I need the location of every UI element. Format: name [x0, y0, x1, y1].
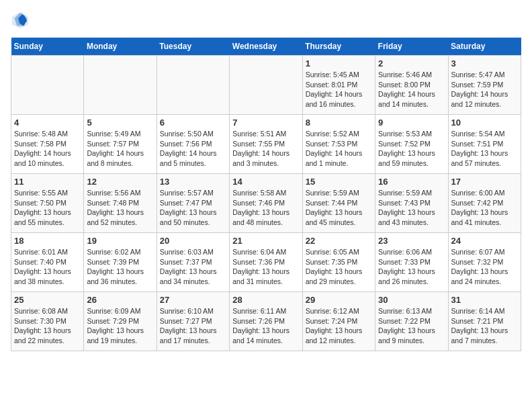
day-number: 21	[232, 236, 299, 246]
calendar-cell: 24Sunrise: 6:07 AM Sunset: 7:32 PM Dayli…	[448, 233, 521, 292]
calendar-cell: 7Sunrise: 5:51 AM Sunset: 7:55 PM Daylig…	[230, 115, 302, 174]
calendar-cell: 26Sunrise: 6:09 AM Sunset: 7:29 PM Dayli…	[84, 292, 157, 351]
day-info: Sunrise: 5:49 AM Sunset: 7:57 PM Dayligh…	[87, 129, 153, 169]
calendar-cell	[11, 56, 84, 115]
calendar-cell: 12Sunrise: 5:56 AM Sunset: 7:48 PM Dayli…	[84, 174, 157, 233]
calendar-cell: 2Sunrise: 5:46 AM Sunset: 8:00 PM Daylig…	[375, 56, 448, 115]
day-number: 18	[14, 236, 81, 246]
day-info: Sunrise: 6:00 AM Sunset: 7:42 PM Dayligh…	[451, 188, 518, 228]
day-info: Sunrise: 5:59 AM Sunset: 7:44 PM Dayligh…	[306, 188, 372, 228]
day-info: Sunrise: 5:54 AM Sunset: 7:51 PM Dayligh…	[451, 129, 518, 169]
week-row: 11Sunrise: 5:55 AM Sunset: 7:50 PM Dayli…	[11, 174, 521, 233]
calendar-table: SundayMondayTuesdayWednesdayThursdayFrid…	[11, 38, 521, 351]
calendar-cell: 21Sunrise: 6:04 AM Sunset: 7:36 PM Dayli…	[230, 233, 302, 292]
day-number: 13	[160, 177, 226, 187]
day-number: 14	[232, 177, 299, 187]
day-number: 27	[160, 295, 226, 305]
day-number: 8	[306, 118, 372, 128]
day-number: 10	[451, 118, 518, 128]
day-number: 22	[306, 236, 372, 246]
logo-icon	[11, 11, 30, 30]
col-header-monday: Monday	[84, 38, 157, 56]
col-header-thursday: Thursday	[302, 38, 375, 56]
day-number: 31	[451, 295, 518, 305]
day-info: Sunrise: 5:50 AM Sunset: 7:56 PM Dayligh…	[160, 129, 226, 169]
week-row: 25Sunrise: 6:08 AM Sunset: 7:30 PM Dayli…	[11, 292, 521, 351]
day-info: Sunrise: 6:04 AM Sunset: 7:36 PM Dayligh…	[232, 247, 299, 287]
calendar-cell: 4Sunrise: 5:48 AM Sunset: 7:58 PM Daylig…	[11, 115, 84, 174]
calendar-cell: 30Sunrise: 6:13 AM Sunset: 7:22 PM Dayli…	[375, 292, 448, 351]
col-header-tuesday: Tuesday	[157, 38, 229, 56]
day-info: Sunrise: 5:52 AM Sunset: 7:53 PM Dayligh…	[306, 129, 372, 169]
day-info: Sunrise: 5:55 AM Sunset: 7:50 PM Dayligh…	[14, 188, 81, 228]
day-info: Sunrise: 6:12 AM Sunset: 7:24 PM Dayligh…	[306, 306, 372, 346]
week-row: 18Sunrise: 6:01 AM Sunset: 7:40 PM Dayli…	[11, 233, 521, 292]
logo	[11, 11, 32, 30]
week-row: 1Sunrise: 5:45 AM Sunset: 8:01 PM Daylig…	[11, 56, 521, 115]
calendar-header: SundayMondayTuesdayWednesdayThursdayFrid…	[11, 38, 521, 56]
day-number: 26	[87, 295, 153, 305]
day-info: Sunrise: 5:58 AM Sunset: 7:46 PM Dayligh…	[232, 188, 299, 228]
day-info: Sunrise: 6:07 AM Sunset: 7:32 PM Dayligh…	[451, 247, 518, 287]
day-info: Sunrise: 6:02 AM Sunset: 7:39 PM Dayligh…	[87, 247, 153, 287]
col-header-friday: Friday	[375, 38, 448, 56]
day-info: Sunrise: 6:11 AM Sunset: 7:26 PM Dayligh…	[232, 306, 299, 346]
calendar-cell: 3Sunrise: 5:47 AM Sunset: 7:59 PM Daylig…	[448, 56, 521, 115]
day-info: Sunrise: 6:08 AM Sunset: 7:30 PM Dayligh…	[14, 306, 81, 346]
calendar-cell: 10Sunrise: 5:54 AM Sunset: 7:51 PM Dayli…	[448, 115, 521, 174]
calendar-cell: 17Sunrise: 6:00 AM Sunset: 7:42 PM Dayli…	[448, 174, 521, 233]
day-info: Sunrise: 6:10 AM Sunset: 7:27 PM Dayligh…	[160, 306, 226, 346]
col-header-saturday: Saturday	[448, 38, 521, 56]
day-number: 5	[87, 118, 153, 128]
day-number: 15	[306, 177, 372, 187]
calendar-cell: 20Sunrise: 6:03 AM Sunset: 7:37 PM Dayli…	[157, 233, 229, 292]
calendar-cell: 25Sunrise: 6:08 AM Sunset: 7:30 PM Dayli…	[11, 292, 84, 351]
day-info: Sunrise: 5:45 AM Sunset: 8:01 PM Dayligh…	[306, 70, 372, 109]
day-number: 25	[14, 295, 81, 305]
day-number: 30	[378, 295, 445, 305]
calendar-cell: 18Sunrise: 6:01 AM Sunset: 7:40 PM Dayli…	[11, 233, 84, 292]
day-number: 23	[378, 236, 445, 246]
calendar-cell: 5Sunrise: 5:49 AM Sunset: 7:57 PM Daylig…	[84, 115, 157, 174]
day-info: Sunrise: 5:59 AM Sunset: 7:43 PM Dayligh…	[378, 188, 445, 228]
day-info: Sunrise: 6:09 AM Sunset: 7:29 PM Dayligh…	[87, 306, 153, 346]
calendar-cell: 23Sunrise: 6:06 AM Sunset: 7:33 PM Dayli…	[375, 233, 448, 292]
day-info: Sunrise: 6:01 AM Sunset: 7:40 PM Dayligh…	[14, 247, 81, 287]
calendar-cell: 15Sunrise: 5:59 AM Sunset: 7:44 PM Dayli…	[302, 174, 375, 233]
day-number: 29	[306, 295, 372, 305]
day-number: 16	[378, 177, 445, 187]
day-info: Sunrise: 5:46 AM Sunset: 8:00 PM Dayligh…	[378, 70, 445, 109]
day-number: 12	[87, 177, 153, 187]
calendar-cell: 31Sunrise: 6:14 AM Sunset: 7:21 PM Dayli…	[448, 292, 521, 351]
day-number: 20	[160, 236, 226, 246]
day-info: Sunrise: 5:56 AM Sunset: 7:48 PM Dayligh…	[87, 188, 153, 228]
day-number: 11	[14, 177, 81, 187]
calendar-cell: 28Sunrise: 6:11 AM Sunset: 7:26 PM Dayli…	[230, 292, 302, 351]
day-number: 19	[87, 236, 153, 246]
day-number: 1	[306, 58, 372, 68]
calendar-cell: 14Sunrise: 5:58 AM Sunset: 7:46 PM Dayli…	[230, 174, 302, 233]
col-header-sunday: Sunday	[11, 38, 84, 56]
calendar-cell: 19Sunrise: 6:02 AM Sunset: 7:39 PM Dayli…	[84, 233, 157, 292]
day-number: 7	[232, 118, 299, 128]
day-info: Sunrise: 6:14 AM Sunset: 7:21 PM Dayligh…	[451, 306, 518, 346]
day-number: 2	[378, 58, 445, 68]
calendar-cell: 13Sunrise: 5:57 AM Sunset: 7:47 PM Dayli…	[157, 174, 229, 233]
calendar-cell	[157, 56, 229, 115]
calendar-cell: 27Sunrise: 6:10 AM Sunset: 7:27 PM Dayli…	[157, 292, 229, 351]
day-info: Sunrise: 5:47 AM Sunset: 7:59 PM Dayligh…	[451, 70, 518, 109]
day-info: Sunrise: 6:03 AM Sunset: 7:37 PM Dayligh…	[160, 247, 226, 287]
day-number: 28	[232, 295, 299, 305]
day-number: 24	[451, 236, 518, 246]
calendar-cell: 8Sunrise: 5:52 AM Sunset: 7:53 PM Daylig…	[302, 115, 375, 174]
day-info: Sunrise: 5:51 AM Sunset: 7:55 PM Dayligh…	[232, 129, 299, 169]
calendar-cell: 6Sunrise: 5:50 AM Sunset: 7:56 PM Daylig…	[157, 115, 229, 174]
day-number: 17	[451, 177, 518, 187]
page-header	[11, 11, 521, 30]
calendar-cell: 22Sunrise: 6:05 AM Sunset: 7:35 PM Dayli…	[302, 233, 375, 292]
week-row: 4Sunrise: 5:48 AM Sunset: 7:58 PM Daylig…	[11, 115, 521, 174]
day-info: Sunrise: 5:57 AM Sunset: 7:47 PM Dayligh…	[160, 188, 226, 228]
calendar-cell: 11Sunrise: 5:55 AM Sunset: 7:50 PM Dayli…	[11, 174, 84, 233]
calendar-cell: 16Sunrise: 5:59 AM Sunset: 7:43 PM Dayli…	[375, 174, 448, 233]
calendar-cell: 1Sunrise: 5:45 AM Sunset: 8:01 PM Daylig…	[302, 56, 375, 115]
